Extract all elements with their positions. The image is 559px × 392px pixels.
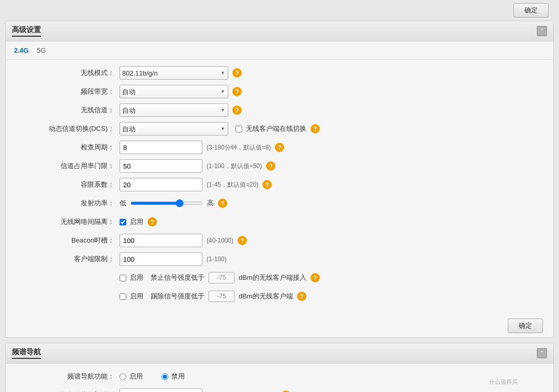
signal-block-row: 启用 禁止信号强度低于 dBm的无线客户端接入 ? (16, 271, 543, 284)
signal-kick-control: 启用 踢除信号强度低于 dBm的无线客户端 ? (120, 291, 306, 302)
client-limit-label: 客户端限制： (16, 254, 120, 264)
signal-kick-checkbox[interactable] (120, 293, 126, 300)
wireless-isolation-row: 无线网络间隔离： 启用 ? (16, 215, 543, 229)
beacon-interval-label: Beacon时槽： (16, 236, 120, 245)
wireless-mode-control: 802.11b/g/n 802.11b/g 802.11n ? (120, 66, 242, 80)
channel-usage-hint: (1-100，默认值=50) (207, 162, 262, 171)
channel-usage-input[interactable] (120, 159, 202, 173)
tx-power-high-label: 高 (207, 199, 214, 208)
dcs-row: 动态信道切换(DCS)： 自动 手动 无线客户端在线切换 ? (16, 122, 543, 135)
bandwidth-select[interactable]: 自动 20MHz 40MHz (120, 85, 228, 98)
signal-block-text2: dBm的无线客户端接入 (239, 273, 306, 282)
capacity-factor-input[interactable] (120, 178, 202, 191)
bandwidth-help-icon[interactable]: ? (232, 87, 242, 96)
beacon-interval-hint: (40-1000) (207, 237, 233, 244)
dcs-select-wrap: 自动 手动 (120, 122, 228, 135)
signal-kick-value-input[interactable] (209, 291, 234, 302)
spectrum-nav-collapse-btn[interactable]: ⌃ (537, 348, 547, 358)
bandwidth-control: 自动 20MHz 40MHz ? (120, 85, 242, 98)
wireless-mode-select[interactable]: 802.11b/g/n 802.11b/g 802.11n (120, 66, 228, 80)
wireless-mode-select-wrap: 802.11b/g/n 802.11b/g 802.11n (120, 66, 228, 80)
wireless-isolation-control: 启用 ? (120, 217, 157, 227)
capacity-factor-hint: (1-45，默认值=20) (207, 180, 258, 189)
signal-block-control: 启用 禁止信号强度低于 dBm的无线客户端接入 ? (120, 272, 320, 283)
capacity-factor-row: 容限系数： (1-45，默认值=20) ? (16, 178, 543, 191)
dcs-online-switch-checkbox[interactable] (236, 126, 242, 132)
channel-usage-label: 信道占用率门限： (16, 161, 120, 171)
check-period-hint: (3-180分钟，默认值=8) (207, 143, 271, 152)
signal-block-enable-label: 启用 (130, 273, 143, 282)
top-bar: 确定 (0, 0, 559, 21)
wireless-isolation-checkbox[interactable] (120, 219, 126, 225)
wireless-isolation-checkbox-label: 启用 (130, 217, 143, 227)
beacon-interval-row: Beacon时槽： (40-1000) ? (16, 234, 543, 247)
tx-power-slider[interactable] (130, 202, 203, 205)
check-period-label: 检查周期： (16, 143, 120, 152)
advanced-settings-body: 无线模式： 802.11b/g/n 802.11b/g 802.11n ? 频段… (6, 60, 553, 314)
wireless-mode-row: 无线模式： 802.11b/g/n 802.11b/g 802.11n ? (16, 66, 543, 80)
wireless-isolation-help-icon[interactable]: ? (148, 217, 157, 227)
tx-power-row: 发射功率： 低 高 ? (16, 197, 543, 210)
dcs-label: 动态信道切换(DCS)： (16, 124, 120, 133)
signal-block-value-input[interactable] (209, 272, 234, 283)
channel-label: 无线信道： (16, 105, 120, 115)
signal-block-text1: 禁止信号强度低于 (151, 273, 204, 282)
advanced-settings-collapse-btn[interactable]: ⌃ (537, 26, 547, 36)
spectrum-function-row: 频谱导航功能： 启用 禁用 (16, 370, 543, 383)
spectrum-nav-section: 频谱导航 ⌃ 频谱导航功能： 启用 禁用 5G频段连接数门限： 用户 (5, 343, 554, 392)
tx-power-control: 低 高 ? (120, 199, 227, 208)
spectrum-disable-label: 禁用 (171, 372, 185, 381)
client-limit-row: 客户端限制： (1-100) (16, 252, 543, 266)
tab-5g[interactable]: 5G (37, 46, 46, 55)
bandwidth-select-wrap: 自动 20MHz 40MHz (120, 85, 228, 98)
top-confirm-button[interactable]: 确定 (513, 3, 549, 18)
bandwidth-row: 频段带宽： 自动 20MHz 40MHz ? (16, 85, 543, 98)
advanced-settings-title: 高级设置 (12, 25, 41, 37)
channel-control: 自动 123 ? (120, 103, 242, 117)
signal-kick-row: 启用 踢除信号强度低于 dBm的无线客户端 ? (16, 290, 543, 303)
signal-kick-help-icon[interactable]: ? (297, 292, 306, 301)
beacon-interval-control: (40-1000) ? (120, 234, 247, 247)
wireless-mode-help-icon[interactable]: ? (232, 68, 242, 78)
advanced-settings-section: 高级设置 ⌃ 2.4G 5G 无线模式： 802.11b/g/n 802.11b… (5, 21, 554, 338)
spectrum-enable-label: 启用 (129, 372, 143, 381)
dcs-control: 自动 手动 无线客户端在线切换 ? (120, 122, 320, 135)
signal-kick-text2: dBm的无线客户端 (239, 292, 293, 301)
spectrum-disable-radio[interactable] (161, 373, 168, 380)
advanced-settings-confirm-button[interactable]: 确定 (508, 319, 543, 333)
channel-select-wrap: 自动 123 (120, 103, 228, 117)
signal-block-checkbox[interactable] (120, 275, 126, 281)
channel-help-icon[interactable]: ? (232, 105, 242, 115)
signal-kick-text1: 踢除信号强度低于 (151, 292, 204, 301)
channel-select[interactable]: 自动 123 (120, 103, 228, 117)
freq-limit-input[interactable] (120, 388, 202, 392)
channel-usage-help-icon[interactable]: ? (266, 161, 275, 171)
spectrum-function-control: 启用 禁用 (120, 372, 191, 381)
dcs-select[interactable]: 自动 手动 (120, 122, 228, 135)
dcs-help-icon[interactable]: ? (311, 124, 320, 133)
check-period-input[interactable] (120, 141, 202, 154)
check-period-row: 检查周期： (3-180分钟，默认值=8) ? (16, 141, 543, 154)
tx-power-low-label: 低 (120, 199, 126, 208)
advanced-settings-header: 高级设置 ⌃ (6, 21, 553, 41)
signal-block-help-icon[interactable]: ? (311, 273, 320, 282)
tx-power-help-icon[interactable]: ? (218, 199, 227, 208)
wireless-mode-label: 无线模式： (16, 68, 120, 78)
spectrum-function-label: 频谱导航功能： (16, 372, 120, 381)
frequency-tabs: 2.4G 5G (6, 41, 553, 60)
check-period-help-icon[interactable]: ? (275, 143, 284, 152)
spectrum-enable-radio[interactable] (120, 373, 126, 380)
capacity-factor-control: (1-45，默认值=20) ? (120, 178, 272, 191)
client-limit-input[interactable] (120, 252, 202, 266)
tab-2.4g[interactable]: 2.4G (14, 46, 28, 55)
spectrum-nav-body: 频谱导航功能： 启用 禁用 5G频段连接数门限： 用户数(2-40，缺省值=20… (6, 364, 553, 392)
client-limit-hint: (1-100) (207, 255, 227, 263)
spectrum-nav-title: 频谱导航 (12, 348, 41, 359)
beacon-interval-input[interactable] (120, 234, 202, 247)
capacity-factor-help-icon[interactable]: ? (262, 180, 272, 189)
check-period-control: (3-180分钟，默认值=8) ? (120, 141, 284, 154)
spectrum-nav-header: 频谱导航 ⌃ (6, 343, 553, 364)
channel-usage-row: 信道占用率门限： (1-100，默认值=50) ? (16, 159, 543, 173)
bandwidth-label: 频段带宽： (16, 87, 120, 96)
beacon-interval-help-icon[interactable]: ? (238, 236, 247, 245)
